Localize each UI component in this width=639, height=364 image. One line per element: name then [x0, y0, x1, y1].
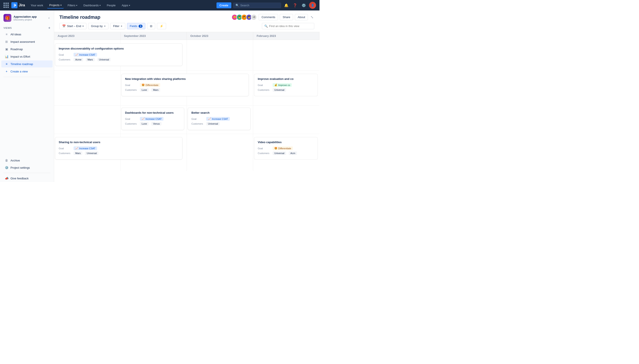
collaborators-count: +3 — [251, 14, 257, 20]
nav-filters[interactable]: Filters ▾ — [66, 2, 80, 8]
sidebar-item-timeline-roadmap[interactable]: ≡ Timeline roadmap — [1, 60, 52, 68]
goal-tag: 📈 Increase CSAT — [140, 117, 164, 121]
notifications-icon[interactable]: 🔔 — [283, 2, 290, 9]
goal-emoji: 📈 — [75, 147, 78, 150]
sidebar-collapse-button[interactable]: ‹ — [48, 15, 50, 21]
timeline-canvas: Improve discoverability of configuration… — [54, 40, 320, 171]
goal-tag: 📈 Increase CSAT — [74, 146, 97, 150]
card-customers-field: Customers Acme Mars Universal — [59, 58, 179, 61]
sidebar-item-impact-vs-effort[interactable]: 📊 Impact vs Effort — [1, 53, 52, 60]
nav-your-work[interactable]: Your work — [28, 2, 45, 8]
header-actions: 😊 👨 👩 🧑 +3 Comments Share About ⤡ — [232, 14, 314, 20]
card-customers-field: Customers Universal — [258, 88, 314, 92]
sidebar-divider — [4, 77, 50, 77]
main-layout: 🎁 Appreciation app Discovery project ‹ V… — [0, 10, 320, 182]
card-title: Video capabilities — [258, 140, 314, 144]
dashboards-chevron-icon: ▾ — [100, 4, 100, 6]
jira-logo[interactable]: J Jira — [11, 2, 25, 8]
auto-schedule-button[interactable]: ⚡ — [157, 23, 166, 29]
card-customers-field: Customers Lune Mars — [125, 88, 245, 92]
collaborators-avatars: 😊 👨 👩 🧑 +3 — [232, 14, 257, 20]
project-icon: 🎁 — [4, 14, 11, 22]
start-end-chevron-icon: ▾ — [82, 25, 84, 27]
nav-people[interactable]: People — [104, 2, 118, 8]
customer-mars: Mars — [86, 58, 94, 61]
sidebar-item-impact-assessment[interactable]: ⊞ Impact assessment — [1, 38, 52, 45]
row-sep-3 — [54, 134, 320, 134]
card-goal-field: Goal 💰 Improve co — [258, 83, 314, 87]
search-view-icon: 🔍 — [264, 24, 268, 28]
card-improve-evaluation[interactable]: Improve evaluation and co Goal 💰 Improve… — [254, 74, 318, 96]
auto-icon: ⚡ — [160, 24, 163, 28]
card-goal-field: Goal 🤩 Differentiate — [258, 146, 314, 150]
add-view-button[interactable]: + — [48, 26, 50, 30]
jira-logo-icon: J — [11, 2, 18, 8]
sidebar-item-give-feedback[interactable]: 📣 Give feedback — [1, 175, 52, 182]
month-february: February 2023 — [253, 32, 320, 40]
card-customers-field: Customers Universal — [192, 122, 247, 126]
card-video-capabilities[interactable]: Video capabilities Goal 🤩 Differentiate … — [254, 137, 318, 160]
megaphone-icon: 📣 — [5, 176, 8, 180]
goal-emoji: 📈 — [75, 53, 78, 56]
goal-tag: 🤩 Differentiate — [140, 83, 160, 87]
calendar-icon: 📅 — [62, 24, 66, 28]
nav-dashboards[interactable]: Dashboards ▾ — [81, 2, 103, 8]
customer-mars: Mars — [74, 152, 82, 155]
card-better-search[interactable]: Better search Goal 📈 Increase CSAT Custo… — [188, 108, 250, 130]
card-improve-discoverability[interactable]: Improve discoverability of configuration… — [55, 44, 182, 66]
sidebar-item-create-view[interactable]: + Create a view — [1, 68, 52, 75]
customer-universal: Universal — [272, 88, 286, 92]
card-goal-field: Goal 📈 Increase CSAT — [192, 117, 247, 121]
fields-button[interactable]: Fields 3 — [127, 23, 146, 29]
filter-button[interactable]: Filter + — [110, 23, 125, 29]
nav-apps[interactable]: Apps ▾ — [120, 2, 132, 8]
card-new-integration[interactable]: New integration with video sharing platf… — [121, 74, 249, 96]
timeline-icon: ≡ — [5, 62, 8, 66]
expand-button[interactable]: ⤡ — [310, 14, 314, 20]
about-button[interactable]: About — [295, 14, 308, 20]
sidebar-item-project-settings[interactable]: ⚙️ Project settings — [1, 164, 52, 171]
list-icon: ≡ — [5, 32, 8, 36]
customer-universal: Universal — [206, 122, 220, 126]
gear-icon: ⚙️ — [5, 166, 8, 169]
card-sharing[interactable]: Sharing to non-technical users Goal 📈 In… — [55, 137, 182, 160]
card-dashboards[interactable]: Dashboards for non-technical users Goal … — [121, 108, 184, 130]
share-button[interactable]: Share — [280, 14, 293, 20]
sidebar-item-roadmap[interactable]: ▣ Roadmap — [1, 46, 52, 52]
settings-icon[interactable]: ⚙️ — [300, 2, 307, 9]
user-avatar[interactable]: 👤 — [309, 2, 316, 9]
sidebar-item-all-ideas[interactable]: ≡ All ideas — [1, 31, 52, 38]
card-title: New integration with video sharing platf… — [125, 77, 245, 81]
group-by-button[interactable]: Group by + — [88, 23, 108, 29]
nav-projects[interactable]: Projects ▾ — [47, 2, 64, 8]
timeline-header: August 2023 September 2023 October 2023 … — [54, 32, 320, 40]
create-button[interactable]: Create — [216, 2, 231, 8]
search-view-input[interactable] — [269, 24, 312, 28]
table-icon: ⊟ — [150, 24, 152, 28]
goal-tag: 📈 Increase CSAT — [206, 117, 230, 121]
search-view-box[interactable]: 🔍 — [262, 23, 314, 29]
card-title: Sharing to non-technical users — [59, 140, 179, 144]
roadmap-icon: ▣ — [5, 47, 8, 51]
apps-chevron-icon: ▾ — [129, 4, 130, 6]
start-end-button[interactable]: 📅 Start – End ▾ — [59, 23, 86, 29]
search-input[interactable] — [240, 4, 279, 7]
help-icon[interactable]: ❓ — [292, 2, 298, 9]
card-goal-field: Goal 📈 Increase CSAT — [59, 146, 179, 150]
goal-tag: 📈 Increase CSAT — [74, 53, 97, 56]
projects-chevron-icon: ▾ — [60, 4, 62, 6]
page-header: Timeline roadmap 😊 👨 👩 🧑 +3 Comments Sha… — [54, 10, 320, 20]
jira-logo-text: Jira — [19, 3, 25, 7]
goal-emoji: 🤩 — [142, 84, 145, 86]
top-navigation: J Jira Your work Projects ▾ Filters ▾ Da… — [0, 0, 320, 10]
view-options-button[interactable]: ⊟ — [147, 23, 155, 29]
sidebar-item-archive[interactable]: 🗑 Archive — [1, 157, 52, 164]
apps-grid-icon[interactable] — [4, 2, 9, 8]
views-section-label: VIEWS + — [0, 24, 54, 30]
sidebar-header: 🎁 Appreciation app Discovery project ‹ — [0, 10, 54, 24]
filter-plus-icon: + — [121, 24, 122, 28]
search-box[interactable]: 🔍 — [233, 2, 281, 8]
comments-button[interactable]: Comments — [258, 14, 278, 20]
customer-lune: Lune — [140, 122, 148, 126]
content-area: Timeline roadmap 😊 👨 👩 🧑 +3 Comments Sha… — [54, 10, 320, 182]
